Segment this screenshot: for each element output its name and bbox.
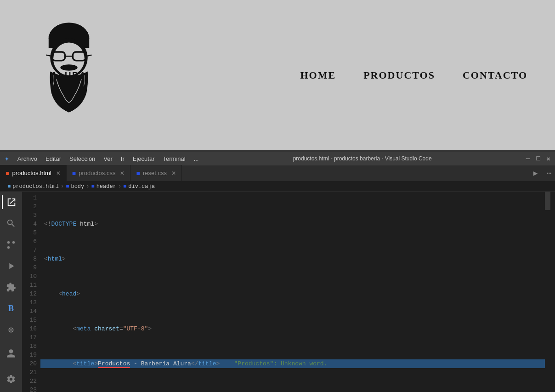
breadcrumb-body-icon: ■ xyxy=(66,183,69,190)
beautify-icon[interactable]: B xyxy=(2,301,20,315)
menu-ejecutar[interactable]: Ejecutar xyxy=(133,155,155,162)
nav-home[interactable]: HOME xyxy=(300,69,336,81)
activity-bar: B xyxy=(0,192,22,392)
close-button[interactable]: ✕ xyxy=(547,155,550,163)
toggle-icon[interactable] xyxy=(2,323,20,337)
css-icon: ■ xyxy=(72,170,76,177)
search-icon[interactable] xyxy=(2,216,20,230)
line-numbers: 12345 678910 1112131415 1617181920 21222… xyxy=(22,192,40,392)
logo-image: ALURA ESTD 2020 xyxy=(28,11,110,140)
tab-close-css1[interactable]: ✕ xyxy=(120,170,125,176)
nav-productos[interactable]: PRODUCTOS xyxy=(363,69,435,81)
menu-ver[interactable]: Ver xyxy=(103,155,113,162)
account-icon[interactable] xyxy=(2,344,20,363)
menu-bar: ✦ Archivo Editar Selección Ver Ir Ejecut… xyxy=(5,154,198,163)
window-controls: — □ ✕ xyxy=(526,155,550,163)
extensions-icon[interactable] xyxy=(2,280,20,294)
source-control-icon[interactable] xyxy=(2,238,20,252)
minimap-thumb[interactable] xyxy=(545,192,550,210)
scrollbar-right[interactable] xyxy=(550,192,555,392)
more-actions-button[interactable]: ⋯ xyxy=(543,165,555,181)
editor-area: B 12345 678910 1112131415 1617181920 212… xyxy=(0,192,555,392)
tab-label-productos-css: productos.css xyxy=(79,170,115,176)
menu-more[interactable]: ... xyxy=(194,155,199,162)
tab-close-css2[interactable]: ✕ xyxy=(171,170,176,176)
preview-pane: ALURA ESTD 2020 HOME PRODUCTOS CONTACTO xyxy=(0,0,555,152)
menu-editar[interactable]: Editar xyxy=(45,155,61,162)
breadcrumb: ■ productos.html › ■ body › ■ header › ■… xyxy=(0,182,555,192)
svg-point-15 xyxy=(7,241,10,244)
window-title: productos.html - productos barberia - Vi… xyxy=(293,155,432,162)
code-content[interactable]: <!DOCTYPE html> <html> <head> <meta char… xyxy=(40,192,545,392)
breadcrumb-header-icon: ■ xyxy=(91,183,94,190)
tab-label-productos-html: productos.html xyxy=(12,170,51,176)
activity-bar-bottom xyxy=(2,344,20,392)
menu-terminal[interactable]: Terminal xyxy=(163,155,186,162)
breadcrumb-header[interactable]: header xyxy=(96,183,116,190)
svg-point-14 xyxy=(7,246,10,249)
breadcrumb-file-icon: ■ xyxy=(7,183,11,190)
tab-reset-css[interactable]: ■ reset.css ✕ xyxy=(130,165,181,181)
tab-productos-html[interactable]: ■ productos.html ✕ xyxy=(0,165,67,181)
breadcrumb-body[interactable]: body xyxy=(71,183,84,190)
run-icon[interactable] xyxy=(2,259,20,273)
svg-point-9 xyxy=(60,64,77,71)
vscode-window: ✦ Archivo Editar Selección Ver Ir Ejecut… xyxy=(0,152,555,392)
breadcrumb-file[interactable]: productos.html xyxy=(12,183,59,190)
code-editor[interactable]: 12345 678910 1112131415 1617181920 21222… xyxy=(22,192,545,392)
menu-archivo[interactable]: Archivo xyxy=(17,155,37,162)
title-bar: ✦ Archivo Editar Selección Ver Ir Ejecut… xyxy=(0,152,555,165)
settings-icon[interactable] xyxy=(2,370,20,388)
svg-point-16 xyxy=(12,241,15,244)
tab-close-html[interactable]: ✕ xyxy=(56,170,61,176)
nav-contacto[interactable]: CONTACTO xyxy=(463,69,527,81)
minimap-bar xyxy=(545,192,550,392)
html-icon: ■ xyxy=(6,170,9,177)
menu-ir[interactable]: Ir xyxy=(121,155,125,162)
tab-label-reset-css: reset.css xyxy=(143,170,167,176)
breadcrumb-divcaja[interactable]: div.caja xyxy=(128,183,155,190)
svg-point-18 xyxy=(10,329,12,331)
run-button[interactable]: ▶ xyxy=(528,165,544,181)
tab-productos-css[interactable]: ■ productos.css ✕ xyxy=(67,165,131,181)
breadcrumb-divcaja-icon: ■ xyxy=(123,183,126,190)
explorer-icon[interactable] xyxy=(2,195,20,209)
tab-bar: ■ productos.html ✕ ■ productos.css ✕ ■ r… xyxy=(0,165,555,182)
maximize-button[interactable]: □ xyxy=(536,155,540,163)
preview-navigation: HOME PRODUCTOS CONTACTO xyxy=(300,69,528,81)
menu-seleccion[interactable]: Selección xyxy=(69,155,95,162)
vscode-logo: ✦ xyxy=(5,154,9,163)
css-reset-icon: ■ xyxy=(136,170,140,177)
minimize-button[interactable]: — xyxy=(526,155,530,163)
